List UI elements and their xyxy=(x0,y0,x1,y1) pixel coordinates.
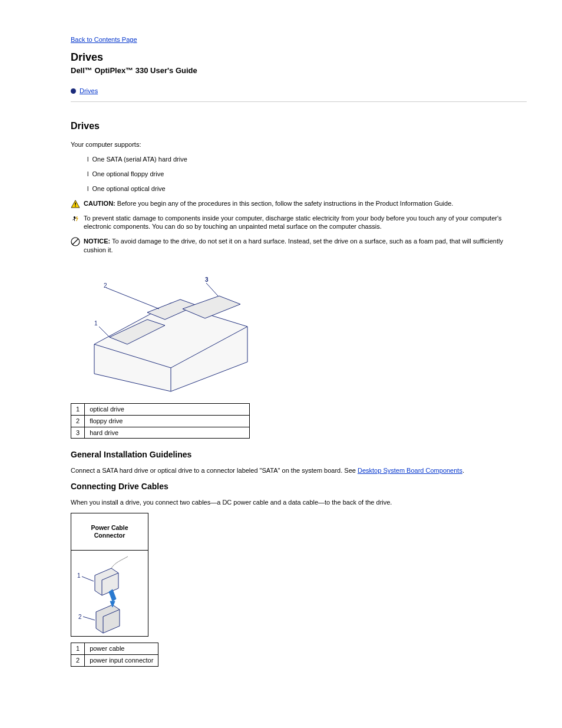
guidelines-text: Connect a SATA hard drive or optical dri… xyxy=(71,466,527,475)
back-to-contents-link[interactable]: Back to Contents Page xyxy=(71,36,137,43)
svg-line-11 xyxy=(106,288,159,309)
toc-link-drives[interactable]: Drives xyxy=(80,87,98,95)
svg-text:2: 2 xyxy=(78,614,82,620)
svg-text:1: 1 xyxy=(94,320,98,327)
bullet-icon xyxy=(71,88,76,94)
table-row: 3hard drive xyxy=(71,427,250,439)
power-connector-frame: Power Cable Connector 1 2 xyxy=(71,513,148,637)
svg-text:1: 1 xyxy=(77,572,81,579)
table-row: 2floppy drive xyxy=(71,415,250,427)
chassis-callout-table: 1optical drive 2floppy drive 3hard drive xyxy=(71,403,250,439)
esd-icon xyxy=(71,215,80,223)
divider xyxy=(71,101,527,102)
intro-item3: l One optional optical drive xyxy=(87,185,527,193)
esd-notice-text: To prevent static damage to components i… xyxy=(84,214,527,232)
cables-text: When you install a drive, you connect tw… xyxy=(71,498,527,507)
intro-item2: l One optional floppy drive xyxy=(87,170,527,179)
svg-line-5 xyxy=(72,239,78,245)
caution-text: CAUTION: Before you begin any of the pro… xyxy=(84,199,453,208)
power-callout-table: 1power cable 2power input connector xyxy=(71,643,158,667)
svg-line-16 xyxy=(82,577,94,581)
svg-rect-1 xyxy=(75,202,76,205)
svg-point-3 xyxy=(74,216,75,218)
subhead-cables: Connecting Drive Cables xyxy=(71,481,527,492)
svg-text:3: 3 xyxy=(205,276,209,283)
table-row: 1optical drive xyxy=(71,403,250,415)
intro-text: Your computer supports: xyxy=(71,140,527,149)
table-row: 2power input connector xyxy=(71,654,158,666)
caution-icon xyxy=(71,200,80,208)
notice-text: NOTICE: To avoid damage to the drive, do… xyxy=(84,237,527,255)
table-row: 1power cable xyxy=(71,643,158,655)
svg-line-20 xyxy=(83,617,95,620)
svg-marker-21 xyxy=(96,605,120,633)
power-connector-heading: Power Cable Connector xyxy=(71,513,148,551)
manual-subtitle: Dell™ OptiPlex™ 330 User's Guide xyxy=(71,65,527,76)
desktop-board-link[interactable]: Desktop System Board Components xyxy=(358,467,462,474)
notice-icon xyxy=(71,237,80,246)
intro-item1: l One SATA (serial ATA) hard drive xyxy=(87,155,527,164)
svg-text:2: 2 xyxy=(104,282,107,289)
svg-line-12 xyxy=(206,283,218,296)
svg-line-10 xyxy=(99,327,110,337)
svg-rect-2 xyxy=(75,205,76,206)
chassis-diagram: 1 2 3 xyxy=(71,262,527,397)
subhead-guidelines: General Installation Guidelines xyxy=(71,449,527,460)
page-title: Drives xyxy=(71,50,527,64)
section-heading-drives: Drives xyxy=(71,120,527,133)
svg-marker-24 xyxy=(109,589,116,601)
svg-marker-17 xyxy=(95,568,118,595)
